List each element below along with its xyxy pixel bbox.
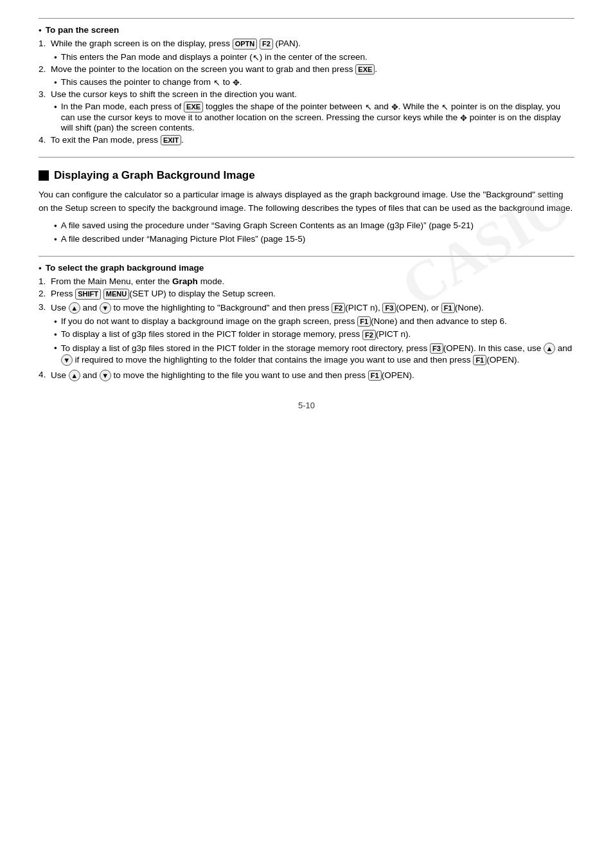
bg-step-3-sub2: • To display a list of g3p files stored … xyxy=(54,329,574,340)
mid-rule-1 xyxy=(39,157,574,158)
bg-image-section-title: Displaying a Graph Background Image xyxy=(54,169,255,182)
sub-dot-3-3: • xyxy=(54,343,57,353)
key-f3-open-2: F3 xyxy=(430,343,443,354)
bg-step-2-num: 2. xyxy=(39,289,46,298)
key-f2-pan: F2 xyxy=(260,39,273,49)
key-exit: EXIT xyxy=(161,135,181,145)
up-arrow-circle-3: ▲ xyxy=(69,370,80,381)
pan-step-3: 3. Use the cursor keys to shift the scre… xyxy=(39,89,574,99)
sub-bullet-dot-1: • xyxy=(54,53,57,62)
bg-step-3-sub1: • If you do not want to display a backgr… xyxy=(54,316,574,327)
down-arrow-circle-1: ▼ xyxy=(100,302,111,314)
pan-section-title: To pan the screen xyxy=(46,25,120,35)
graph-mode-label: Graph xyxy=(172,276,198,286)
page-number: 5-10 xyxy=(39,401,574,410)
key-exe-2: EXE xyxy=(184,102,203,112)
pan-step-1-num: 1. xyxy=(39,39,46,48)
cursor-arrow-icon-2: ↖ xyxy=(213,78,220,87)
sub-bullet-dot-2: • xyxy=(54,78,57,87)
bg-step-3-sub3: • To display a list of g3p files stored … xyxy=(54,343,574,366)
select-bg-section: • To select the graph background image 1… xyxy=(39,263,574,381)
key-f1-open-2: F1 xyxy=(368,370,382,381)
cursor-arrow-icon-3: ↖ xyxy=(365,102,372,112)
pan-step-4-num: 4. xyxy=(39,135,46,145)
bg-step-3-sub1-text: If you do not want to display a backgrou… xyxy=(61,316,507,327)
pan-step-2-num: 2. xyxy=(39,64,46,74)
sub-dot-3-1: • xyxy=(54,317,57,327)
select-bg-title-row: • To select the graph background image xyxy=(39,263,574,275)
bg-step-3-sub3-text: To display a list of g3p files stored in… xyxy=(61,343,574,366)
pan-step-4: 4. To exit the Pan mode, press EXIT. xyxy=(39,135,574,146)
pan-section-title-row: • To pan the screen xyxy=(39,25,574,37)
pan-step-3-num: 3. xyxy=(39,89,46,99)
pan-step-1-sub: • This enters the Pan mode and displays … xyxy=(54,52,574,62)
bg-bullet-dot-2: • xyxy=(54,235,57,244)
down-arrow-circle-2: ▼ xyxy=(61,354,73,366)
bg-step-2: 2. Press SHIFT MENU(SET UP) to display t… xyxy=(39,289,574,300)
cursor-pan-icon-2: ✥ xyxy=(391,102,398,112)
bg-step-4: 4. Use ▲ and ▼ to move the highlighting … xyxy=(39,370,574,381)
cursor-pan-icon-3: ✥ xyxy=(460,113,467,123)
key-f1-none: F1 xyxy=(441,303,455,313)
key-f3-open-1: F3 xyxy=(382,303,396,313)
key-exe-1: EXE xyxy=(355,64,375,75)
bg-bullet-dot-1: • xyxy=(54,221,57,231)
bg-bullet-2: • A file described under “Managing Pictu… xyxy=(54,234,574,244)
key-f1-open: F1 xyxy=(473,355,486,365)
key-f2-pict-2: F2 xyxy=(362,330,376,340)
bg-bullet-1-text: A file saved using the procedure under “… xyxy=(61,221,474,230)
mid-rule-2 xyxy=(39,256,574,257)
pan-step-3-sub: • In the Pan mode, each press of EXE tog… xyxy=(54,102,574,132)
bg-step-1-num: 1. xyxy=(39,276,46,286)
pan-step-3-sub-text: In the Pan mode, each press of EXE toggl… xyxy=(61,102,574,132)
page: CASIO • To pan the screen 1. While the g… xyxy=(0,0,613,868)
pan-bullet-dot: • xyxy=(39,26,42,35)
select-bg-bullet-dot: • xyxy=(39,264,42,273)
cursor-arrow-icon-1: ↖ xyxy=(253,53,260,62)
cursor-arrow-icon-4: ↖ xyxy=(441,102,449,112)
top-rule xyxy=(39,18,574,19)
cursor-pan-icon-1: ✥ xyxy=(233,78,240,87)
pan-section: • To pan the screen 1. While the graph s… xyxy=(39,25,574,145)
key-f2-pict: F2 xyxy=(332,303,345,313)
key-optn: OPTN xyxy=(233,39,258,49)
key-menu: MENU xyxy=(103,289,129,299)
bg-bullet-1: • A file saved using the procedure under… xyxy=(54,221,574,231)
pan-step-1: 1. While the graph screen is on the disp… xyxy=(39,39,574,50)
bg-step-4-num: 4. xyxy=(39,370,46,379)
bg-bullet-2-text: A file described under “Managing Picture… xyxy=(61,234,305,244)
select-bg-title: To select the graph background image xyxy=(46,263,204,273)
bg-image-section-header: Displaying a Graph Background Image xyxy=(39,169,574,182)
pan-step-1-sub-text: This enters the Pan mode and displays a … xyxy=(61,52,368,62)
pan-step-2-sub-text: This causes the pointer to change from ↖… xyxy=(61,77,242,87)
up-arrow-circle-1: ▲ xyxy=(69,302,80,314)
bg-step-3-sub2-text: To display a list of g3p files stored in… xyxy=(61,329,411,340)
pan-step-2: 2. Move the pointer to the location on t… xyxy=(39,64,574,75)
sub-dot-3-2: • xyxy=(54,330,57,339)
bg-step-3-num: 3. xyxy=(39,302,46,312)
key-shift: SHIFT xyxy=(75,289,101,299)
down-arrow-circle-3: ▼ xyxy=(100,370,111,381)
bg-image-body: You can configure the calculator so a pa… xyxy=(39,188,574,215)
section-title-square xyxy=(39,170,49,181)
sub-bullet-dot-3: • xyxy=(54,102,57,112)
pan-step-2-sub: • This causes the pointer to change from… xyxy=(54,77,574,87)
bg-step-1: 1. From the Main Menu, enter the Graph m… xyxy=(39,276,574,286)
bg-step-3: 3. Use ▲ and ▼ to move the highlighting … xyxy=(39,302,574,314)
key-f1-none-2: F1 xyxy=(357,316,371,327)
up-arrow-circle-2: ▲ xyxy=(544,343,555,354)
